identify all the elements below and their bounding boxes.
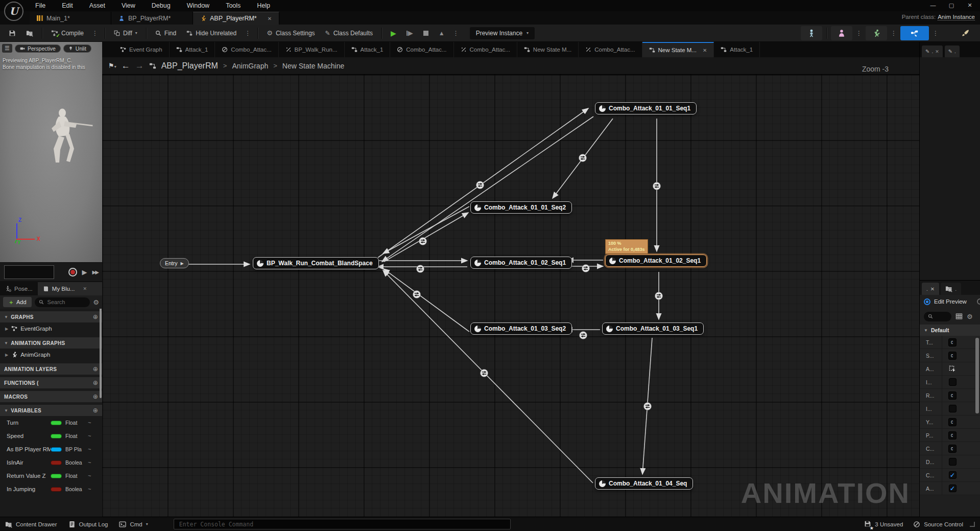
tab-pose[interactable]: Pose... (0, 282, 38, 295)
state-node-combo-01-02-seq1[interactable]: Combo_Attack_01_02_Seq1 (470, 257, 572, 269)
play-icon[interactable]: ▶ (82, 268, 87, 276)
variable-row[interactable]: As BP Player RM BP Pla~ (0, 443, 102, 456)
frame-skip-button[interactable]: ▶ (402, 27, 418, 40)
cmd-dropdown[interactable]: Cmd▾ (119, 521, 148, 528)
state-node-combo-01-04-seq[interactable]: Combo_Attack_01_04_Seq (595, 477, 693, 490)
graph-tab-combo[interactable]: Combo_Attac... (215, 42, 278, 57)
second-radio[interactable] (977, 298, 980, 305)
skeleton-button[interactable] (801, 26, 822, 40)
number-field[interactable]: 0 (948, 352, 957, 360)
restore-button[interactable]: ▢ (944, 0, 959, 10)
property-search[interactable] (924, 312, 951, 321)
back-arrow-icon[interactable]: ← (122, 61, 130, 71)
breadcrumb-state-machine[interactable]: New State Machine (282, 62, 344, 70)
variable-row[interactable]: Speed Float~ (0, 429, 102, 443)
console-input[interactable] (178, 520, 506, 528)
breadcrumb-animgraph[interactable]: AnimGraph (232, 62, 268, 70)
close-icon[interactable]: ✕ (935, 49, 939, 54)
details-tab-2[interactable]: ✎. (945, 45, 960, 57)
graph-tab-combo[interactable]: Combo_Attac... (390, 42, 453, 57)
checkbox[interactable] (949, 378, 957, 386)
add-graph-icon[interactable]: ⊕ (93, 313, 98, 320)
gear-icon[interactable]: ⚙ (93, 298, 99, 306)
add-button[interactable]: ＋Add (3, 297, 32, 307)
menu-help[interactable]: Help (250, 1, 277, 10)
console-command-field[interactable] (174, 519, 511, 529)
add-layer-icon[interactable]: ⊕ (93, 365, 98, 373)
state-node-bp-walk-run[interactable]: BP_Walk_Run_Combat_BlandSpace (253, 257, 379, 269)
state-node-combo-01-02-seq1-active[interactable]: Combo_Attack_01_02_Seq1 (605, 255, 707, 267)
section-animation-graphs[interactable]: ▼ANIMATION GRAPHS (0, 337, 102, 349)
record-button[interactable] (68, 268, 77, 276)
play-options-kebab[interactable]: ⋮ (450, 30, 462, 37)
graph-tab-walkrun[interactable]: BP_Walk_Run... (279, 42, 345, 57)
state-node-combo-01-03-seq2[interactable]: Combo_Attack_01_03_Seq2 (470, 322, 572, 335)
resize-grip[interactable] (970, 522, 975, 527)
menu-window[interactable]: Window (180, 1, 216, 10)
animation-button[interactable] (866, 26, 887, 40)
content-drawer-button[interactable]: Content Drawer (5, 521, 57, 528)
graph-tab-attack1[interactable]: Attack_1 (170, 42, 216, 57)
blueprint-kebab[interactable]: ⋮ (930, 30, 941, 37)
search-input[interactable] (46, 298, 86, 306)
graph-tab-attack1[interactable]: Attack_1 (345, 42, 391, 57)
section-variables[interactable]: ▼VARIABLES⊕ (0, 405, 102, 416)
checkbox[interactable] (949, 405, 957, 412)
unreal-logo[interactable]: U (4, 2, 23, 21)
checkbox-checked[interactable] (949, 484, 957, 492)
transition-icons[interactable] (413, 154, 662, 410)
class-settings-button[interactable]: ⚙ Class Settings (262, 27, 319, 40)
section-functions[interactable]: FUNCTIONS (⊕ (0, 377, 102, 388)
preview-instance-dropdown[interactable]: Preview Instance▾ (470, 27, 535, 39)
number-field[interactable]: 0 (948, 431, 957, 440)
eject-button[interactable]: ▲ (434, 27, 449, 40)
browse-button[interactable] (21, 27, 38, 40)
edit-preview-radio[interactable] (924, 298, 930, 305)
timeline-field[interactable] (4, 265, 54, 279)
anim-blueprint-active-button[interactable] (900, 26, 929, 40)
tab-abp-playerrm[interactable]: ABP_PlayerRM* ✕ (193, 12, 279, 25)
tab-my-blueprint[interactable]: My Blu... ✕ (38, 282, 102, 295)
item-eventgraph[interactable]: ▶EventGraph (0, 322, 102, 335)
forward-arrow-icon[interactable]: → (135, 61, 144, 71)
close-icon[interactable]: ✕ (83, 286, 87, 291)
graph-tab-event-graph[interactable]: Event Graph (113, 42, 170, 57)
graph-tab-combo[interactable]: Combo_Attac... (579, 42, 642, 57)
state-machine-canvas[interactable]: Entry▶ Combo_Attack_01_01_Seq1 Combo_Att… (102, 75, 919, 517)
graph-tab-attack1[interactable]: Attack_1 (714, 42, 760, 57)
watch-icon[interactable]: ~ (88, 420, 91, 426)
variable-row[interactable]: In Jumping Boolea~ (0, 482, 102, 496)
find-button[interactable]: Find (151, 27, 181, 40)
graph-tab-new-state-machine[interactable]: New State M... (517, 42, 579, 57)
compile-options-kebab[interactable]: ⋮ (89, 30, 101, 37)
number-field[interactable]: 0 (948, 338, 957, 347)
browser-tab[interactable]: . (941, 283, 961, 295)
tab-bp-playerrm[interactable]: BP_PlayerRM* (111, 12, 193, 25)
watch-icon[interactable]: ~ (88, 459, 91, 466)
add-function-icon[interactable]: ⊕ (93, 379, 98, 386)
bookmark-icon[interactable]: ⚑▾ (108, 62, 116, 70)
default-section-header[interactable]: ▼Default (920, 325, 980, 336)
section-macros[interactable]: MACROS⊕ (0, 391, 102, 402)
number-field[interactable]: 0 (948, 418, 957, 426)
menu-tools[interactable]: Tools (219, 1, 247, 10)
tab-main-1[interactable]: Main_1* (30, 12, 111, 25)
state-node-combo-01-01-seq2[interactable]: Combo_Attack_01_01_Seq2 (470, 201, 572, 214)
minimize-button[interactable]: — (926, 0, 940, 10)
close-icon[interactable]: ✕ (930, 286, 935, 292)
close-button[interactable]: ✕ (963, 0, 977, 10)
graph-tab-combo[interactable]: Combo_Attac... (454, 42, 517, 57)
close-icon[interactable]: ✕ (703, 48, 707, 53)
menu-file[interactable]: File (29, 1, 52, 10)
animation-kebab[interactable]: ⋮ (888, 30, 899, 37)
details-tab[interactable]: ✎.✕ (922, 45, 943, 57)
breadcrumb-asset[interactable]: ABP_PlayerRM (161, 61, 218, 71)
mesh-button[interactable] (831, 26, 852, 40)
section-animation-layers[interactable]: ANIMATION LAYERS⊕ (0, 363, 102, 375)
watch-icon[interactable]: ~ (88, 473, 91, 479)
number-field[interactable]: 0 (948, 391, 957, 400)
class-defaults-button[interactable]: ✎ Class Defaults (321, 27, 377, 40)
checkbox-checked[interactable] (949, 471, 957, 479)
watch-icon[interactable]: ~ (88, 446, 91, 452)
preview-editor-tab[interactable]: .✕ (922, 283, 939, 295)
